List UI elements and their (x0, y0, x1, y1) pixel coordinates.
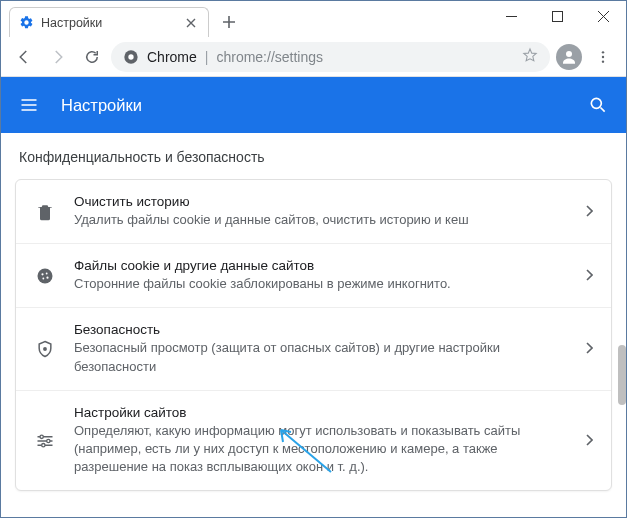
svg-point-11 (42, 277, 44, 279)
avatar-icon (556, 44, 582, 70)
tab-settings[interactable]: Настройки (9, 7, 209, 37)
chevron-right-icon (585, 267, 593, 285)
svg-point-14 (40, 435, 43, 438)
row-clear-history[interactable]: Очистить историю Удалить файлы cookie и … (16, 180, 611, 243)
maximize-button[interactable] (534, 1, 580, 31)
row-title: Безопасность (74, 322, 567, 337)
forward-button[interactable] (43, 42, 73, 72)
close-button[interactable] (580, 1, 626, 31)
svg-point-3 (566, 51, 572, 57)
search-icon[interactable] (586, 95, 610, 115)
new-tab-button[interactable] (215, 8, 243, 36)
bookmark-star-icon[interactable] (522, 47, 538, 66)
row-title: Файлы cookie и другие данные сайтов (74, 258, 567, 273)
tab-strip: Настройки (1, 1, 488, 37)
privacy-card: Очистить историю Удалить файлы cookie и … (15, 179, 612, 491)
close-icon[interactable] (184, 16, 198, 30)
row-text: Файлы cookie и другие данные сайтов Стор… (74, 258, 567, 293)
section-title: Конфиденциальность и безопасность (19, 149, 612, 165)
row-cookies[interactable]: Файлы cookie и другие данные сайтов Стор… (16, 243, 611, 307)
svg-point-10 (46, 272, 48, 274)
window-controls (488, 1, 626, 31)
content-area: Настройки Конфиденциальность и безопасно… (1, 77, 626, 517)
row-subtitle: Определяют, какую информацию могут испол… (74, 422, 567, 477)
url-separator: | (205, 49, 209, 65)
svg-point-15 (47, 439, 50, 442)
svg-point-2 (128, 54, 133, 59)
tab-title: Настройки (41, 16, 177, 30)
row-security[interactable]: Безопасность Безопасный просмотр (защита… (16, 307, 611, 389)
toolbar: Chrome | chrome://settings (1, 37, 626, 77)
svg-point-4 (602, 51, 604, 53)
hamburger-icon[interactable] (17, 95, 41, 115)
svg-point-6 (602, 60, 604, 62)
row-text: Очистить историю Удалить файлы cookie и … (74, 194, 567, 229)
url-path: chrome://settings (216, 49, 323, 65)
page-title: Настройки (61, 96, 586, 115)
chevron-right-icon (585, 432, 593, 450)
svg-point-13 (43, 347, 47, 351)
shield-icon (34, 339, 56, 359)
address-bar[interactable]: Chrome | chrome://settings (111, 42, 550, 72)
svg-point-5 (602, 55, 604, 57)
svg-point-12 (46, 276, 48, 278)
svg-rect-0 (552, 11, 562, 21)
row-title: Очистить историю (74, 194, 567, 209)
chevron-right-icon (585, 340, 593, 358)
svg-point-16 (42, 443, 45, 446)
cookie-icon (34, 266, 56, 286)
settings-page: Конфиденциальность и безопасность Очисти… (1, 133, 626, 517)
row-subtitle: Сторонние файлы cookie заблокированы в р… (74, 275, 567, 293)
sliders-icon (34, 431, 56, 451)
minimize-button[interactable] (488, 1, 534, 31)
profile-avatar[interactable] (554, 42, 584, 72)
gear-icon (18, 15, 34, 31)
svg-point-8 (38, 268, 53, 283)
back-button[interactable] (9, 42, 39, 72)
row-subtitle: Безопасный просмотр (защита от опасных с… (74, 339, 567, 375)
titlebar: Настройки (1, 1, 626, 37)
reload-button[interactable] (77, 42, 107, 72)
browser-window: Настройки (0, 0, 627, 518)
chevron-right-icon (585, 203, 593, 221)
kebab-menu-icon[interactable] (588, 42, 618, 72)
row-text: Настройки сайтов Определяют, какую инфор… (74, 405, 567, 477)
url-host: Chrome (147, 49, 197, 65)
row-site-settings[interactable]: Настройки сайтов Определяют, какую инфор… (16, 390, 611, 491)
svg-point-7 (591, 98, 601, 108)
svg-point-9 (41, 273, 43, 275)
row-subtitle: Удалить файлы cookie и данные сайтов, оч… (74, 211, 567, 229)
row-text: Безопасность Безопасный просмотр (защита… (74, 322, 567, 375)
chrome-logo-icon (123, 49, 139, 65)
row-title: Настройки сайтов (74, 405, 567, 420)
trash-icon (34, 202, 56, 222)
settings-header: Настройки (1, 77, 626, 133)
